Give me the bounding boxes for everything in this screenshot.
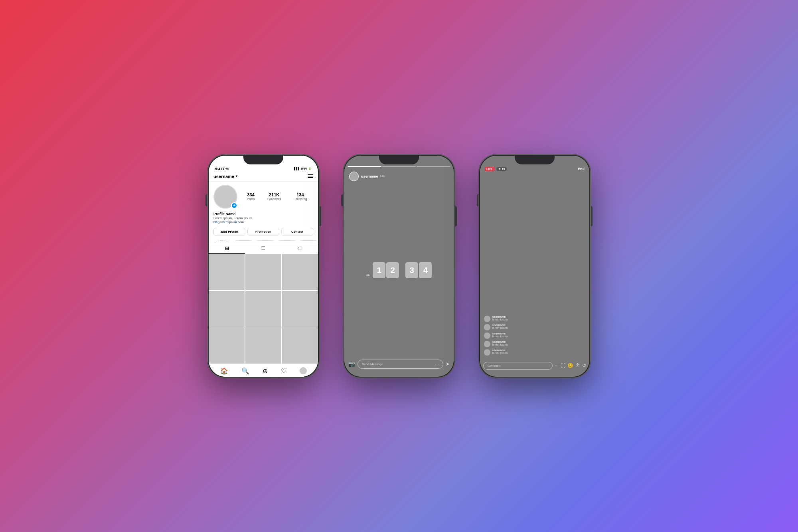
stat-followers: 211K Followers xyxy=(267,192,281,201)
contact-button[interactable]: Contact xyxy=(281,228,313,235)
highlight-circle-1[interactable] xyxy=(235,240,253,241)
comment-body: lorem ipsum xyxy=(492,326,508,329)
search-nav-icon[interactable]: 🔍 xyxy=(241,367,249,375)
story-progress xyxy=(348,166,450,167)
end-button[interactable]: End xyxy=(578,167,585,171)
highlight-circle-3[interactable] xyxy=(278,240,296,241)
live-viewers: 👁 15 xyxy=(496,167,507,171)
camera-icon[interactable]: 📷 xyxy=(348,361,355,367)
post-cell[interactable] xyxy=(209,254,245,290)
stats-row: 334 Posts 211K Followers 134 Following xyxy=(241,192,313,201)
promotion-button[interactable]: Promotion xyxy=(247,228,279,235)
status-time: 9:41 PM xyxy=(215,167,229,171)
post-cell[interactable] xyxy=(282,254,318,290)
story-user-info: username 14h xyxy=(361,174,385,178)
posts-label: Posts xyxy=(247,197,255,201)
screen-story: username 14h AM 1 2 3 xyxy=(344,156,454,377)
tab-list[interactable]: ☰ xyxy=(245,243,281,254)
comment-row: username lorem ipsum xyxy=(484,324,585,330)
phone-live: LIVE 👁 15 End username xyxy=(479,154,591,378)
wifi-icon: WiFi xyxy=(301,167,307,170)
comment-body: lorem ipsum xyxy=(492,335,508,338)
comment-username: username xyxy=(492,332,508,335)
post-cell[interactable] xyxy=(209,291,245,327)
flip-hours: 1 2 xyxy=(373,262,399,278)
comment-username: username xyxy=(492,340,508,343)
comment-username: username xyxy=(492,315,508,318)
story-time: 14h xyxy=(380,174,385,178)
tabs-row: ⊞ ☰ 🏷 xyxy=(209,243,318,254)
status-icons: ▌▌▌ WiFi 🔋 xyxy=(294,167,312,170)
profile-info: Profile Name Lorem ipsum. Lorem ipsum. b… xyxy=(209,212,318,226)
followers-label: Followers xyxy=(267,197,281,201)
username-row[interactable]: username ▾ xyxy=(213,174,237,179)
following-label: Following xyxy=(294,197,307,201)
live-video-area xyxy=(480,174,589,313)
flip-h2: 2 xyxy=(386,262,399,278)
live-share-icon[interactable]: ↺ xyxy=(582,363,586,368)
phone-story: username 14h AM 1 2 3 xyxy=(343,154,455,378)
heart-nav-icon[interactable]: ♡ xyxy=(281,367,286,375)
post-cell[interactable] xyxy=(245,254,281,290)
live-emoji-icon[interactable]: 🙂 xyxy=(567,363,573,368)
highlight-circle-2[interactable] xyxy=(257,240,274,241)
stat-posts: 334 Posts xyxy=(247,192,255,201)
screen-live: LIVE 👁 15 End username xyxy=(480,156,589,377)
comment-body: lorem ipsum xyxy=(492,318,508,321)
highlight-circle-4[interactable] xyxy=(300,240,317,241)
comment-avatar xyxy=(484,316,490,322)
comment-input[interactable]: Comment xyxy=(483,362,553,370)
live-more-icon[interactable]: ⋯ xyxy=(555,364,559,368)
story-username: username xyxy=(361,174,378,178)
bottom-nav: 🏠 🔍 ⊕ ♡ xyxy=(209,364,318,377)
screen-profile: 9:41 PM ▌▌▌ WiFi 🔋 username ▾ xyxy=(209,156,318,377)
progress-seg-3 xyxy=(417,166,450,167)
comment-row: username lorem ipsum xyxy=(484,349,585,356)
live-timer-icon[interactable]: ⏱ xyxy=(575,363,580,368)
live-badge: LIVE xyxy=(485,167,494,171)
comment-avatar xyxy=(484,324,490,330)
tab-tag[interactable]: 🏷 xyxy=(282,243,318,254)
send-message-box[interactable]: Send Message ⋯ xyxy=(358,360,443,369)
flip-minutes: 3 4 xyxy=(405,262,432,278)
profile-bio: Lorem ipsum. Lorem ipsum. xyxy=(213,216,313,220)
live-filter-icon[interactable]: ⛶ xyxy=(561,363,565,368)
more-options-icon[interactable]: ⋯ xyxy=(435,362,439,366)
story-content: AM 1 2 3 4 xyxy=(344,184,454,356)
profile-link[interactable]: blog.loremipsum.com xyxy=(213,220,313,224)
home-nav-icon[interactable]: 🏠 xyxy=(220,367,228,375)
comment-row: username lorem ipsum xyxy=(484,332,585,339)
following-count: 134 xyxy=(296,192,304,197)
notch xyxy=(243,156,283,164)
comment-row: username lorem ipsum xyxy=(484,315,585,322)
send-icon[interactable]: ➤ xyxy=(446,361,450,367)
post-cell[interactable] xyxy=(282,327,318,363)
phone-profile: 9:41 PM ▌▌▌ WiFi 🔋 username ▾ xyxy=(207,154,319,378)
post-cell[interactable] xyxy=(282,291,318,327)
avatar-wrap: + xyxy=(213,185,237,209)
comment-avatar xyxy=(484,349,490,356)
profile-nav-icon[interactable] xyxy=(300,367,307,374)
edit-profile-button[interactable]: Edit Profile xyxy=(213,228,245,235)
live-left: LIVE 👁 15 xyxy=(485,167,507,171)
story-avatar xyxy=(349,172,359,181)
post-cell[interactable] xyxy=(245,291,281,327)
live-comments: username lorem ipsum username lorem ipsu… xyxy=(480,313,589,360)
viewers-eye-icon: 👁 xyxy=(498,168,501,170)
viewers-count: 15 xyxy=(502,168,505,170)
tab-grid[interactable]: ⊞ xyxy=(209,243,245,254)
chevron-down-icon[interactable]: ▾ xyxy=(236,174,237,178)
comment-text: username lorem ipsum xyxy=(492,349,508,354)
notch-3 xyxy=(515,156,555,164)
post-cell[interactable] xyxy=(245,327,281,363)
post-cell[interactable] xyxy=(209,327,245,363)
avatar-add-icon[interactable]: + xyxy=(231,202,237,209)
comment-row: username lorem ipsum xyxy=(484,340,585,347)
story-bottom: 📷 Send Message ⋯ ➤ xyxy=(344,356,454,377)
action-buttons: Edit Profile Promotion Contact xyxy=(209,226,318,238)
add-nav-icon[interactable]: ⊕ xyxy=(263,367,268,375)
profile-name: Profile Name xyxy=(213,212,313,216)
menu-button[interactable] xyxy=(308,174,313,178)
comment-text: username lorem ipsum xyxy=(492,315,508,321)
comment-text: username lorem ipsum xyxy=(492,340,508,346)
